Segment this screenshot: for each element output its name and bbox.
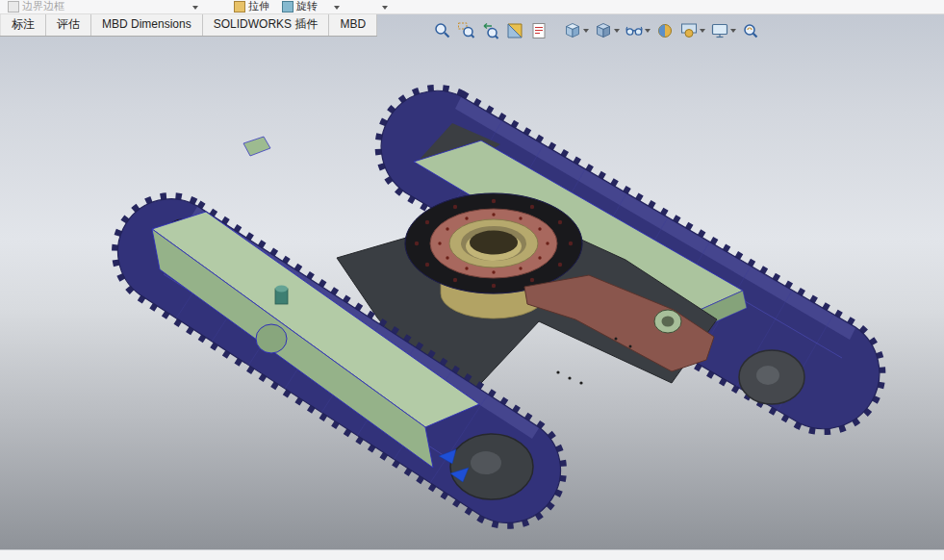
small-green-block[interactable] [243, 137, 270, 156]
dropdown-caret [645, 29, 651, 33]
toolbar-item-extrude-label: 拉伸 [248, 0, 269, 13]
extrude-icon [234, 1, 245, 13]
zoom-to-area-icon [457, 21, 476, 40]
dropdown-caret[interactable] [382, 6, 388, 10]
zoom-to-fit-icon [433, 21, 452, 40]
toolbar-item-revolve[interactable]: 旋转 [282, 0, 318, 13]
edit-appearance-icon [655, 21, 675, 40]
display-style-icon [594, 21, 613, 40]
tab-evaluate[interactable]: 评估 [46, 14, 91, 36]
view-orientation-icon [563, 21, 582, 40]
status-bar [0, 549, 944, 560]
heads-up-view-toolbar [432, 20, 761, 41]
tab-mbd-dimensions[interactable]: MBD Dimensions [91, 14, 203, 36]
slewing-bearing[interactable] [405, 193, 582, 293]
toolbar-item-extrude[interactable]: 拉伸 [234, 0, 269, 13]
view-settings-icon [710, 21, 729, 40]
display-style-button[interactable] [593, 20, 621, 41]
view-settings-button[interactable] [709, 20, 737, 41]
dropdown-caret[interactable] [334, 6, 340, 10]
dropdown-caret [583, 29, 589, 33]
dropdown-caret[interactable] [192, 6, 198, 10]
dynamic-annotation-views-icon [529, 21, 549, 40]
view-orientation-button[interactable] [562, 20, 590, 41]
magnifying-glass-icon [741, 21, 760, 40]
dropdown-caret [614, 29, 620, 33]
zoom-to-fit-button[interactable] [432, 20, 453, 41]
hide-show-items-icon [625, 21, 644, 40]
tab-mbd[interactable]: MBD [329, 14, 377, 36]
revolve-icon [282, 1, 293, 13]
magnifying-glass-button[interactable] [740, 20, 761, 41]
tab-solidworks-addins[interactable]: SOLIDWORKS 插件 [203, 14, 330, 36]
section-view-button[interactable] [504, 20, 525, 41]
command-toolbar-partial: 边界边框 拉伸 旋转 [0, 0, 944, 14]
bounding-box-icon [8, 1, 19, 13]
section-view-icon [505, 21, 524, 40]
command-toolbar-row: 边界边框 拉伸 旋转 [0, 0, 944, 14]
beam-hole [256, 324, 287, 353]
graphics-area[interactable] [0, 14, 944, 550]
toolbar-item-bounding-box-label: 边界边框 [22, 0, 64, 13]
edit-appearance-button[interactable] [654, 20, 676, 41]
previous-view-icon [481, 21, 500, 40]
tab-annotation[interactable]: 标注 [0, 14, 46, 36]
commandmanager-tabs: 标注 评估 MBD Dimensions SOLIDWORKS 插件 MBD [0, 14, 377, 37]
dropdown-caret [700, 29, 705, 33]
beam-fitting [275, 286, 288, 305]
front-drive-wheel[interactable] [450, 434, 533, 499]
dynamic-annotation-views-button[interactable] [528, 20, 549, 41]
previous-view-button[interactable] [480, 20, 501, 41]
hide-show-items-button[interactable] [624, 20, 651, 41]
apply-scene-icon [679, 21, 699, 40]
apply-scene-button[interactable] [678, 20, 706, 41]
toolbar-item-bounding-box: 边界边框 [8, 0, 64, 13]
zoom-to-area-button[interactable] [456, 20, 477, 41]
model-crawler-undercarriage[interactable] [0, 14, 944, 550]
dropdown-caret [730, 29, 736, 33]
toolbar-item-revolve-label: 旋转 [296, 0, 318, 13]
